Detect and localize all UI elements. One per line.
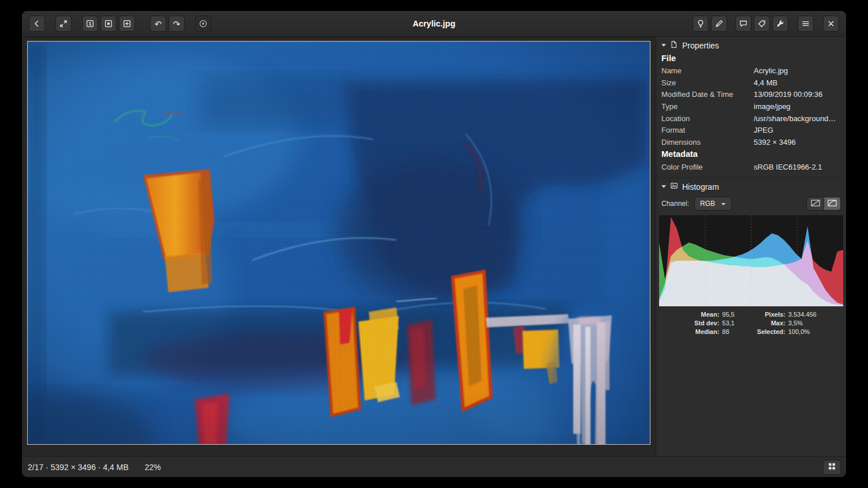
image-icon (670, 182, 678, 192)
stat-max: Max: 3,5% (752, 320, 817, 326)
property-row-size: Size 4,4 MB (661, 77, 841, 89)
metadata-section-title: Metadata (661, 148, 841, 161)
tools-button[interactable] (772, 16, 788, 32)
property-value: JPEG (754, 126, 841, 135)
log-scale-icon (828, 200, 837, 208)
properties-section-header[interactable]: Properties (656, 37, 846, 52)
lightbulb-icon (696, 19, 705, 28)
rotate-right-icon: ↷ (173, 20, 181, 28)
histogram-section-header[interactable]: Histogram (656, 178, 846, 194)
close-button[interactable] (823, 16, 839, 32)
stat-label: Median: (686, 328, 719, 335)
property-value: image/jpeg (754, 102, 841, 111)
channel-selected-value: RGB (700, 200, 715, 208)
rotate-left-icon: ↶ (155, 20, 162, 28)
channel-row: Channel: RGB (656, 194, 846, 212)
property-label: Type (661, 102, 754, 111)
photo-acrylic[interactable] (27, 41, 650, 445)
slideshow-button[interactable] (195, 16, 211, 32)
stat-label: Max: (752, 320, 785, 326)
rotate-left-button[interactable]: ↶ (150, 16, 166, 32)
stat-value: 95,5 (722, 311, 734, 318)
image-viewer-window: 1 ↶ ↷ (22, 11, 846, 477)
property-label: Location (661, 114, 754, 123)
rotate-right-button[interactable]: ↷ (169, 16, 185, 32)
statusbar-info: 2/17 · 5392 × 3496 · 4,4 MB (28, 463, 129, 472)
property-row-type: Type image/jpeg (661, 101, 841, 113)
file-section-title: File (661, 52, 841, 65)
properties-header-label: Properties (682, 41, 719, 50)
channel-label: Channel: (661, 200, 689, 208)
property-label: Dimensions (661, 138, 754, 147)
property-row-name: Name Acrylic.jpg (661, 65, 841, 77)
properties-sidebar: Properties File Name Acrylic.jpg Size 4,… (656, 37, 846, 456)
histogram-linear-button[interactable] (806, 197, 824, 211)
zoom-original-label: 1 (83, 16, 98, 31)
play-circle-icon (199, 19, 208, 28)
property-label: Format (661, 126, 754, 135)
zoom-fit-icon (104, 19, 113, 28)
expand-arrows-icon (59, 19, 68, 28)
property-row-format: Format JPEG (661, 125, 841, 137)
collapse-arrow-icon (661, 44, 666, 47)
tag-button[interactable] (754, 16, 770, 32)
tag-icon (757, 19, 766, 28)
histogram-header-label: Histogram (682, 182, 719, 192)
linear-scale-icon (811, 200, 820, 208)
property-value: sRGB IEC61966-2.1 (754, 163, 841, 172)
stat-value: 53,1 (722, 320, 734, 326)
property-label: Color Profile (661, 163, 754, 172)
grid-icon (828, 462, 836, 472)
stat-label: Selected: (752, 328, 785, 335)
stat-median: Median: 88 (686, 328, 734, 335)
statusbar: 2/17 · 5392 × 3496 · 4,4 MB 22% (22, 456, 846, 477)
property-value: 4,4 MB (754, 78, 841, 88)
hamburger-icon (801, 19, 810, 28)
stat-label: Pixels: (752, 311, 785, 318)
histogram-scale-toggle (806, 197, 841, 211)
stat-value: 3.534.456 (788, 311, 817, 318)
zoom-in-icon (122, 19, 132, 28)
chevron-down-icon (721, 200, 726, 208)
property-label: Modified Date & Time (661, 90, 754, 99)
titlebar: 1 ↶ ↷ (22, 11, 846, 37)
stat-pixels: Pixels: 3.534.456 (752, 311, 817, 318)
collapse-arrow-icon (661, 185, 666, 188)
menu-button[interactable] (798, 16, 814, 32)
property-row-modified: Modified Date & Time 13/09/2019 00:09:36 (661, 89, 841, 101)
property-value: Acrylic.jpg (754, 66, 841, 76)
histogram-log-button[interactable] (824, 197, 841, 211)
stat-label: Std dev: (686, 320, 719, 326)
document-icon (670, 40, 678, 50)
chevron-left-icon (32, 19, 42, 28)
stat-selected: Selected: 100,0% (752, 328, 817, 335)
histogram-stats: Mean: 95,5 Std dev: 53,1 Median: 88 Pixe… (656, 306, 846, 340)
stats-column-left: Mean: 95,5 Std dev: 53,1 Median: 88 (686, 311, 734, 335)
stats-column-right: Pixels: 3.534.456 Max: 3,5% Selected: 10… (752, 311, 817, 335)
back-button[interactable] (29, 16, 45, 32)
comment-button[interactable] (735, 16, 751, 32)
browser-view-button[interactable] (823, 460, 841, 475)
shine-adjust-button[interactable] (693, 16, 709, 32)
properties-table: File Name Acrylic.jpg Size 4,4 MB Modifi… (656, 52, 846, 175)
comment-bubble-icon (739, 19, 748, 28)
window-title: Acrylic.jpg (413, 19, 455, 28)
channel-select[interactable]: RGB (694, 197, 732, 211)
stat-mean: Mean: 95,5 (686, 311, 734, 318)
close-icon (826, 19, 836, 28)
stat-stddev: Std dev: 53,1 (686, 320, 734, 326)
property-label: Size (661, 78, 754, 88)
property-row-dimensions: Dimensions 5392 × 3496 (661, 137, 841, 149)
zoom-original-button[interactable]: 1 (82, 16, 98, 32)
zoom-in-button[interactable] (119, 16, 135, 32)
fullscreen-button[interactable] (55, 16, 72, 32)
edit-image-button[interactable] (711, 16, 727, 32)
stat-value: 88 (722, 328, 729, 335)
image-viewer-pane[interactable] (22, 37, 656, 456)
stat-value: 3,5% (788, 320, 803, 326)
property-row-color-profile: Color Profile sRGB IEC61966-2.1 (661, 161, 841, 173)
property-label: Name (661, 66, 754, 76)
stat-label: Mean: (686, 311, 719, 318)
zoom-fit-button[interactable] (100, 16, 117, 32)
histogram-svg (659, 215, 843, 306)
